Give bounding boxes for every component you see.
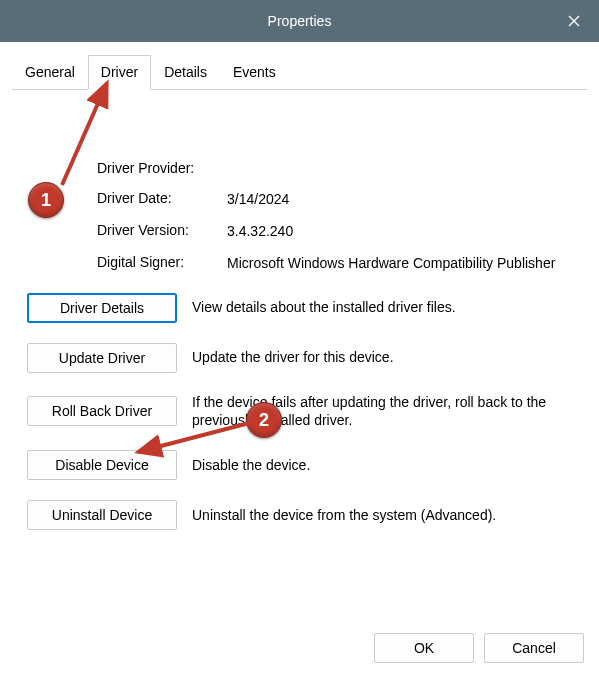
driver-details-desc: View details about the installed driver … [192,298,587,317]
rollback-driver-button[interactable]: Roll Back Driver [27,396,177,426]
tab-events[interactable]: Events [220,55,289,90]
dialog-body: General Driver Details Events Driver Pro… [0,42,599,626]
version-value: 3.4.32.240 [227,222,587,240]
tab-details[interactable]: Details [151,55,220,90]
update-driver-button[interactable]: Update Driver [27,343,177,373]
uninstall-device-button[interactable]: Uninstall Device [27,500,177,530]
window-title: Properties [268,13,332,29]
date-label: Driver Date: [97,190,227,208]
disable-device-button[interactable]: Disable Device [27,450,177,480]
driver-actions: Driver Details View details about the in… [12,293,587,531]
rollback-driver-desc: If the device fails after updating the d… [192,393,587,431]
signer-label: Digital Signer: [97,254,227,272]
provider-value [227,160,587,176]
tab-driver[interactable]: Driver [88,55,151,90]
ok-button[interactable]: OK [374,633,474,663]
provider-label: Driver Provider: [97,160,227,176]
tab-strip: General Driver Details Events [12,54,587,90]
driver-details-button[interactable]: Driver Details [27,293,177,323]
tab-general[interactable]: General [12,55,88,90]
version-label: Driver Version: [97,222,227,240]
dialog-footer: OK Cancel [0,626,599,682]
date-value: 3/14/2024 [227,190,587,208]
titlebar: Properties [0,0,599,42]
driver-info: Driver Provider: Driver Date: 3/14/2024 … [97,160,587,273]
uninstall-device-desc: Uninstall the device from the system (Ad… [192,506,587,525]
annotation-badge-1: 1 [28,182,64,218]
close-icon [568,15,580,27]
update-driver-desc: Update the driver for this device. [192,348,587,367]
disable-device-desc: Disable the device. [192,456,587,475]
cancel-button[interactable]: Cancel [484,633,584,663]
close-button[interactable] [549,0,599,42]
signer-value: Microsoft Windows Hardware Compatibility… [227,254,587,272]
